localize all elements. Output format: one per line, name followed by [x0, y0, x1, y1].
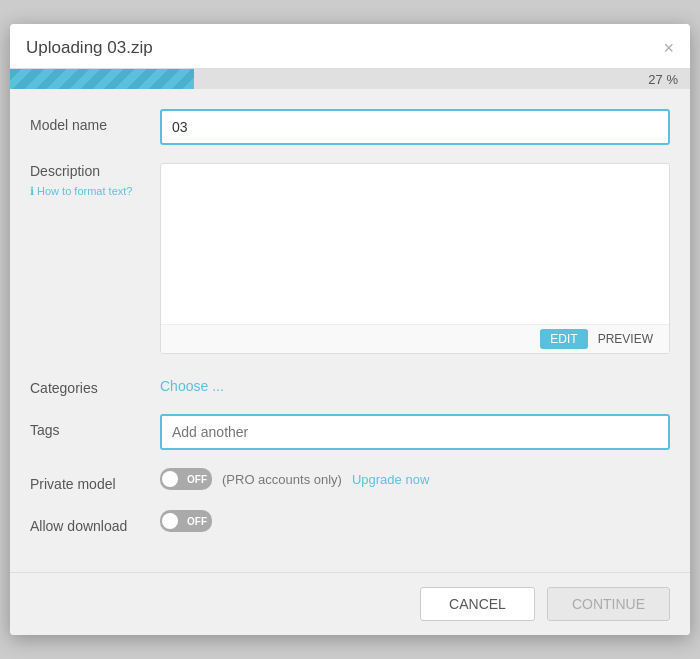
description-textarea[interactable]	[161, 164, 669, 324]
description-row: Description ℹ How to format text? EDIT P…	[30, 163, 670, 354]
cancel-button[interactable]: CANCEL	[420, 587, 535, 621]
toggle-knob-2	[162, 513, 178, 529]
info-icon: ℹ	[30, 185, 34, 197]
categories-label: Categories	[30, 372, 160, 396]
model-name-label: Model name	[30, 109, 160, 133]
dialog-header: Uploading 03.zip ×	[10, 24, 690, 69]
tags-input[interactable]	[160, 414, 670, 450]
tags-row: Tags	[30, 414, 670, 450]
private-model-control: OFF (PRO accounts only) Upgrade now	[160, 468, 670, 490]
private-model-row: Private model OFF (PRO accounts only) Up…	[30, 468, 670, 492]
model-name-input[interactable]	[160, 109, 670, 145]
allow-download-control: OFF	[160, 510, 670, 532]
private-model-toggle[interactable]: OFF	[160, 468, 212, 490]
allow-download-toggle[interactable]: OFF	[160, 510, 212, 532]
description-editor: EDIT PREVIEW	[160, 163, 670, 354]
close-button[interactable]: ×	[663, 39, 674, 57]
dialog-footer: CANCEL CONTINUE	[10, 572, 690, 635]
toggle-off-label: OFF	[187, 474, 207, 485]
toggle-off-label-2: OFF	[187, 516, 207, 527]
private-model-toggle-row: OFF (PRO accounts only) Upgrade now	[160, 468, 670, 490]
allow-download-toggle-row: OFF	[160, 510, 670, 532]
edit-tab[interactable]: EDIT	[540, 329, 587, 349]
progress-bar-container: 27 %	[10, 69, 690, 89]
description-label: Description	[30, 163, 160, 179]
preview-tab[interactable]: PREVIEW	[588, 329, 663, 349]
description-input-wrap: EDIT PREVIEW	[160, 163, 670, 354]
allow-download-row: Allow download OFF	[30, 510, 670, 534]
allow-download-label: Allow download	[30, 510, 160, 534]
tags-label: Tags	[30, 414, 160, 438]
form-body: Model name Description ℹ How to format t…	[10, 89, 690, 562]
model-name-row: Model name	[30, 109, 670, 145]
progress-percent: 27 %	[648, 72, 678, 87]
categories-link[interactable]: Choose ...	[160, 372, 224, 394]
continue-button[interactable]: CONTINUE	[547, 587, 670, 621]
toggle-knob	[162, 471, 178, 487]
upgrade-link[interactable]: Upgrade now	[352, 472, 429, 487]
description-label-wrap: Description ℹ How to format text?	[30, 163, 160, 199]
categories-row: Categories Choose ...	[30, 372, 670, 396]
tags-input-wrap	[160, 414, 670, 450]
categories-control-wrap: Choose ...	[160, 372, 670, 395]
editor-tabs: EDIT PREVIEW	[161, 324, 669, 353]
progress-bar-fill	[10, 69, 194, 89]
dialog-title: Uploading 03.zip	[26, 38, 153, 58]
private-model-label: Private model	[30, 468, 160, 492]
format-help-link[interactable]: ℹ How to format text?	[30, 185, 132, 197]
upload-dialog: Uploading 03.zip × 27 % Model name Descr…	[10, 24, 690, 635]
model-name-input-wrap	[160, 109, 670, 145]
pro-text: (PRO accounts only)	[222, 472, 342, 487]
